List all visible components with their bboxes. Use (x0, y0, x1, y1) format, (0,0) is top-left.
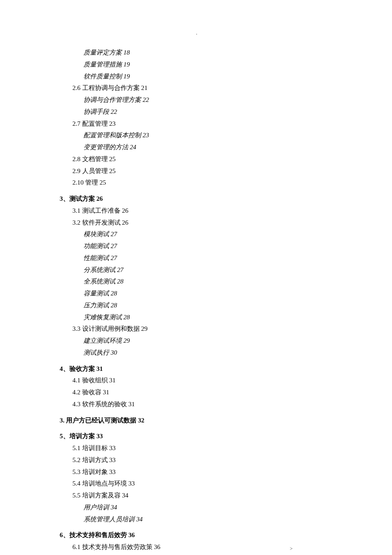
toc-line: 分系统测试 27 (60, 264, 337, 276)
toc-line: 质量评定方案 18 (60, 47, 337, 59)
toc-line: 5.3 培训对象 33 (60, 466, 337, 478)
toc-line: 配置管理和版本控制 23 (60, 130, 337, 142)
toc-line: 3.1 测试工作准备 26 (60, 205, 337, 217)
toc-line: 协调与合作管理方案 22 (60, 94, 337, 106)
toc-line: 变更管理的方法 24 (60, 142, 337, 153)
toc-line: 6、技术支持和售后效劳 36 (60, 529, 337, 541)
toc-line: 2.6 工程协调与合作方案 21 (60, 82, 337, 94)
toc-line: 2.9 人员管理 25 (60, 165, 337, 177)
toc-line: 4.2 验收容 31 (60, 387, 337, 399)
toc-line: 质量管理措施 19 (60, 59, 337, 71)
toc-line: 5.5 培训方案及容 34 (60, 490, 337, 502)
toc-line: 3.2 软件开发测试 26 (60, 217, 337, 229)
toc-line: 全系统测试 28 (60, 276, 337, 288)
toc-line: 3.3 设计测试用例和数据 29 (60, 323, 337, 335)
toc-line: 测试执行 30 (60, 347, 337, 359)
toc-line: 3. 用户方已经认可测试数据 32 (60, 415, 337, 427)
toc-page: 质量评定方案 18质量管理措施 19软件质量控制 192.6 工程协调与合作方案… (0, 0, 392, 555)
toc-line: 容量测试 28 (60, 288, 337, 300)
toc-line: 5、培训方案 33 (60, 431, 337, 442)
toc-line: 4.3 软件系统的验收 31 (60, 399, 337, 410)
toc-line: 性能测试 27 (60, 252, 337, 264)
toc-line: 模块测试 27 (60, 228, 337, 240)
toc-line: 用户培训 34 (60, 502, 337, 514)
page-mark-top: . (196, 30, 197, 36)
toc-line: 协调手段 22 (60, 106, 337, 118)
toc-line: 灾难恢复测试 28 (60, 312, 337, 324)
toc-line: 系统管理人员培训 34 (60, 514, 337, 526)
toc-line: 建立测试环境 29 (60, 335, 337, 347)
toc-line: 2.7 配置管理 23 (60, 118, 337, 130)
toc-line: 5.2 培训方式 33 (60, 454, 337, 466)
toc-line: 3、测试方案 26 (60, 193, 337, 205)
toc-line: 4.1 验收组织 31 (60, 375, 337, 387)
toc-line: 功能测试 27 (60, 240, 337, 252)
page-mark-bottom-right: > (290, 546, 293, 552)
toc-line: 2.8 文档管理 25 (60, 153, 337, 165)
toc-line: 压力测试 28 (60, 300, 337, 312)
toc-line: 2.10 管理 25 (60, 177, 337, 189)
toc-line: 软件质量控制 19 (60, 71, 337, 83)
toc-line: 5.1 培训目标 33 (60, 442, 337, 454)
toc-line: 6.1 技术支持与售后效劳政策 36 (60, 541, 337, 553)
page-mark-bottom-left: . (94, 546, 95, 552)
toc-line: 5.4 培训地点与环境 33 (60, 478, 337, 490)
toc-line: 4、验收方案 31 (60, 363, 337, 375)
